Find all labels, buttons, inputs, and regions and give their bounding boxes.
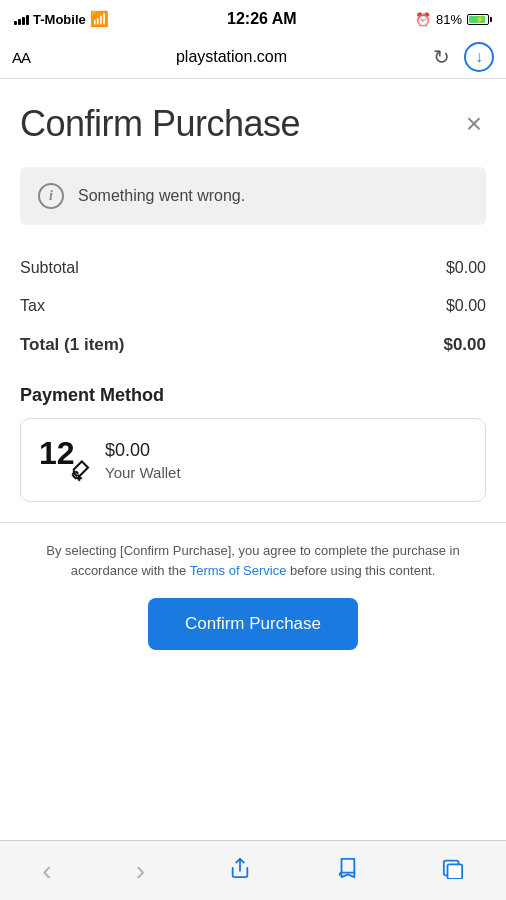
carrier-label: T-Mobile xyxy=(33,12,86,27)
wallet-label: Your Wallet xyxy=(105,464,181,481)
error-box: i Something went wrong. xyxy=(20,167,486,225)
status-left: T-Mobile 📶 xyxy=(14,10,109,28)
bookmarks-button[interactable] xyxy=(328,849,366,893)
terms-of-service-link[interactable]: Terms of Service xyxy=(190,563,287,578)
svg-rect-2 xyxy=(447,864,462,879)
error-message: Something went wrong. xyxy=(78,187,245,205)
page-header: Confirm Purchase × xyxy=(20,103,486,145)
footer: By selecting [Confirm Purchase], you agr… xyxy=(0,523,506,670)
status-time: 12:26 AM xyxy=(227,10,297,28)
payment-method-title: Payment Method xyxy=(20,385,486,406)
battery-percent: 81% xyxy=(436,12,462,27)
confirm-purchase-button[interactable]: Confirm Purchase xyxy=(148,598,358,650)
terms-text: By selecting [Confirm Purchase], you agr… xyxy=(20,541,486,580)
signal-icon xyxy=(14,13,29,25)
font-size-button[interactable]: AA xyxy=(12,49,30,66)
total-value: $0.00 xyxy=(443,335,486,355)
address-bar[interactable]: playstation.com xyxy=(40,48,423,66)
page-title: Confirm Purchase xyxy=(20,103,300,145)
status-right: ⏰ 81% ⚡ xyxy=(415,12,492,27)
tabs-button[interactable] xyxy=(434,849,472,893)
share-button[interactable] xyxy=(221,849,259,893)
browser-bar: AA playstation.com ↻ ↓ xyxy=(0,36,506,79)
tax-value: $0.00 xyxy=(446,297,486,315)
subtotal-value: $0.00 xyxy=(446,259,486,277)
status-bar: T-Mobile 📶 12:26 AM ⏰ 81% ⚡ xyxy=(0,0,506,36)
total-label: Total (1 item) xyxy=(20,335,125,355)
info-icon: i xyxy=(38,183,64,209)
payment-method-section: Payment Method 12 🏷 $0.00 Your Wallet xyxy=(20,385,486,502)
total-row: Total (1 item) $0.00 xyxy=(20,325,486,365)
refresh-icon[interactable]: ↻ xyxy=(433,45,450,69)
order-summary: Subtotal $0.00 Tax $0.00 Total (1 item) … xyxy=(20,249,486,365)
subtotal-row: Subtotal $0.00 xyxy=(20,249,486,287)
wallet-icon: 12 🏷 xyxy=(39,435,89,485)
back-button[interactable]: ‹ xyxy=(34,847,59,895)
forward-button[interactable]: › xyxy=(128,847,153,895)
payment-amount: $0.00 xyxy=(105,440,181,461)
bottom-spacer xyxy=(0,670,506,740)
wifi-icon: 📶 xyxy=(90,10,109,28)
terms-text-part2: before using this content. xyxy=(286,563,435,578)
subtotal-label: Subtotal xyxy=(20,259,79,277)
tax-row: Tax $0.00 xyxy=(20,287,486,325)
main-content: Confirm Purchase × i Something went wron… xyxy=(0,79,506,502)
battery-icon: ⚡ xyxy=(467,14,492,25)
browser-icons: ↻ ↓ xyxy=(433,42,494,72)
tax-label: Tax xyxy=(20,297,45,315)
download-icon[interactable]: ↓ xyxy=(464,42,494,72)
payment-card: 12 🏷 $0.00 Your Wallet xyxy=(20,418,486,502)
payment-details: $0.00 Your Wallet xyxy=(105,440,181,481)
alarm-icon: ⏰ xyxy=(415,12,431,27)
browser-nav-bar: ‹ › xyxy=(0,840,506,900)
close-button[interactable]: × xyxy=(462,106,486,142)
